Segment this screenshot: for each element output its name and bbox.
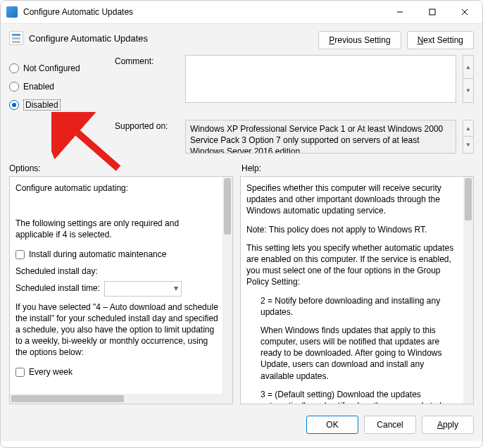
- titlebar: Configure Automatic Updates: [1, 1, 482, 23]
- install-during-maintenance-checkbox[interactable]: [15, 250, 25, 259]
- close-button[interactable]: [448, 1, 481, 23]
- supported-on-label: Supported on:: [115, 120, 178, 131]
- supported-on-text: Windows XP Professional Service Pack 1 o…: [185, 120, 456, 154]
- options-section-label: Options:: [9, 163, 242, 173]
- help-panel: Specifies whether this computer will rec…: [240, 176, 474, 404]
- page-title: Configure Automatic Updates: [29, 33, 148, 44]
- window-title: Configure Automatic Updates: [23, 7, 384, 17]
- ok-button[interactable]: OK: [306, 416, 358, 434]
- comment-spinner[interactable]: ▲▼: [463, 55, 474, 103]
- radio-not-configured-label[interactable]: Not Configured: [23, 63, 80, 73]
- help-scrollbar-v[interactable]: [463, 177, 473, 404]
- svg-rect-1: [429, 9, 435, 15]
- every-week-label: Every week: [29, 366, 73, 378]
- install-during-maintenance-label: Install during automatic maintenance: [29, 249, 166, 260]
- schedule-note: If you have selected "4 – Auto download …: [15, 301, 218, 359]
- policy-icon: [9, 31, 23, 45]
- every-week-checkbox[interactable]: [15, 368, 25, 377]
- configure-updating-label: Configure automatic updating:: [15, 182, 218, 194]
- help-p6: 3 = (Default setting) Download the updat…: [246, 389, 459, 404]
- radio-enabled[interactable]: [9, 82, 19, 92]
- radio-disabled[interactable]: [9, 100, 19, 110]
- help-p3: This setting lets you specify whether au…: [246, 242, 459, 288]
- help-p2: Note: This policy does not apply to Wind…: [246, 224, 459, 235]
- scheduled-install-time-combo[interactable]: ▾: [104, 281, 182, 297]
- options-panel: Configure automatic updating: The follow…: [9, 176, 233, 404]
- supported-spinner[interactable]: ▲▼: [463, 120, 474, 154]
- previous-label: revious Setting: [334, 35, 390, 45]
- cancel-button[interactable]: Cancel: [364, 416, 416, 434]
- scheduled-install-time-label: Scheduled install time:: [15, 282, 100, 294]
- options-scrollbar-v[interactable]: [222, 177, 232, 404]
- radio-disabled-label[interactable]: Disabled: [23, 99, 61, 111]
- help-section-label: Help:: [242, 163, 261, 173]
- apply-button[interactable]: Apply: [422, 416, 474, 434]
- chevron-down-icon: ▾: [174, 282, 178, 294]
- requirement-text: The following settings are only required…: [15, 218, 218, 240]
- radio-not-configured[interactable]: [9, 63, 19, 73]
- help-p4: 2 = Notify before downloading and instal…: [246, 295, 459, 318]
- comment-label: Comment:: [115, 55, 178, 66]
- options-scrollbar-h[interactable]: [10, 394, 222, 404]
- radio-enabled-label[interactable]: Enabled: [23, 82, 54, 92]
- next-label: ext Setting: [423, 35, 463, 45]
- scheduled-install-day-label: Scheduled install day:: [15, 266, 98, 277]
- comment-textarea[interactable]: [185, 55, 456, 103]
- previous-setting-button[interactable]: Previous Setting: [318, 31, 401, 49]
- minimize-button[interactable]: [384, 1, 416, 23]
- next-setting-button[interactable]: Next Setting: [407, 31, 474, 49]
- maximize-button[interactable]: [416, 1, 448, 23]
- help-p1: Specifies whether this computer will rec…: [246, 182, 459, 217]
- app-icon: [6, 6, 18, 18]
- help-p5: When Windows finds updates that apply to…: [246, 325, 459, 382]
